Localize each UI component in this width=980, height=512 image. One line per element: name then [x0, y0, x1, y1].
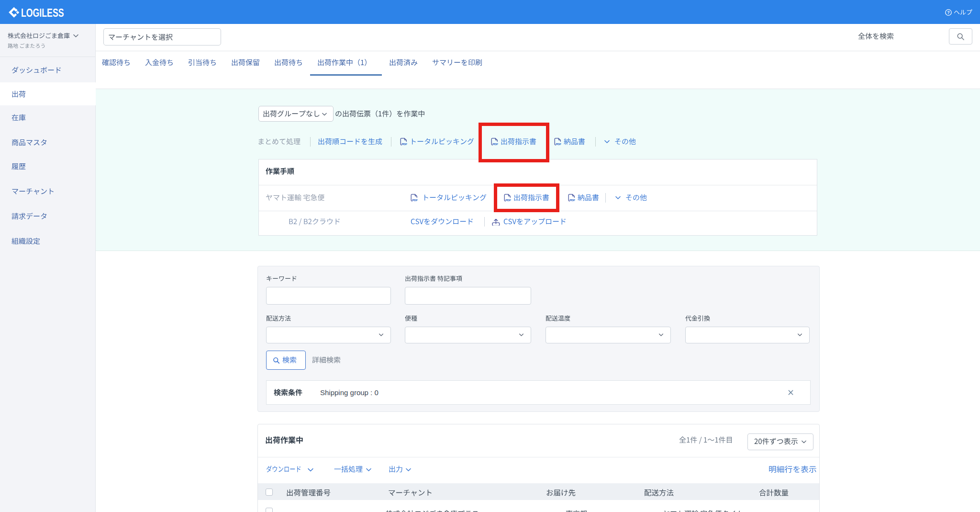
svg-text:PDF: PDF: [401, 142, 407, 146]
svg-text:?: ?: [947, 10, 950, 15]
svg-text:PDF: PDF: [556, 142, 561, 146]
svg-text:PDF: PDF: [569, 198, 575, 202]
svg-text:LOGILESS: LOGILESS: [21, 6, 64, 19]
svg-text:PDF: PDF: [412, 198, 418, 202]
